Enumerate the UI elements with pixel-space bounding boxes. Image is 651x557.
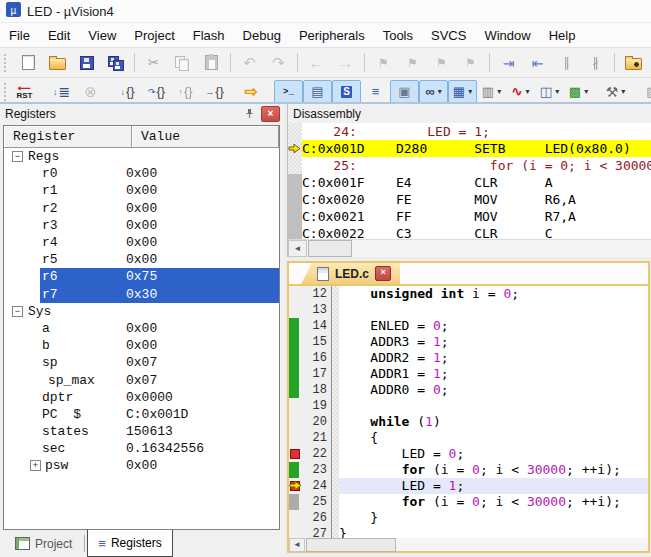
breakpoint-margin[interactable]: [289, 382, 301, 398]
disassembly-content[interactable]: 24: LED = 1; C:0x001D D280 SETB LED(0x80…: [288, 123, 651, 239]
code-text[interactable]: }: [339, 510, 648, 526]
breakpoint-margin[interactable]: [289, 430, 301, 446]
editor-line-14[interactable]: 14 ENLED = 0;: [289, 318, 648, 334]
tab-led-c[interactable]: LED.c ×: [301, 263, 400, 284]
register-row-r2[interactable]: r20x00: [4, 200, 279, 217]
scrollbar-thumb[interactable]: [306, 538, 396, 552]
editor-line-20[interactable]: 20 while (1): [289, 414, 648, 430]
disassembly-line[interactable]: C:0x001D D280 SETB LED(0x80.0): [288, 140, 651, 157]
menu-project[interactable]: Project: [125, 25, 183, 46]
code-text[interactable]: ADDR2 = 1;: [339, 350, 648, 366]
register-group-sys[interactable]: −Sys: [4, 303, 279, 320]
register-row-a[interactable]: a0x00: [4, 320, 279, 337]
menu-svcs[interactable]: SVCS: [422, 25, 475, 46]
register-row-psw[interactable]: +psw0x00: [4, 457, 279, 474]
editor-line-26[interactable]: 26 }: [289, 510, 648, 526]
breakpoint-margin[interactable]: [289, 510, 301, 526]
register-row-sec[interactable]: sec0.16342556: [4, 440, 279, 457]
toolbar-button-disassembly-window[interactable]: ▤: [303, 80, 332, 104]
toolbar-grip[interactable]: [4, 83, 6, 101]
scroll-left-icon[interactable]: ◄: [288, 240, 307, 257]
code-text[interactable]: for (i = 0; i < 30000; ++i);: [339, 462, 648, 478]
disassembly-line[interactable]: C:0x0020 FE MOV R6,A: [288, 191, 651, 208]
scrollbar-thumb[interactable]: [308, 240, 352, 257]
breakpoint-margin[interactable]: [289, 318, 301, 334]
breakpoint-margin[interactable]: [289, 462, 301, 478]
disassembly-hscrollbar[interactable]: ◄: [288, 239, 651, 257]
register-row-dptr[interactable]: dptr0x0000: [4, 389, 279, 406]
register-row-r3[interactable]: r30x00: [4, 217, 279, 234]
toolbar-button-new-file[interactable]: [14, 51, 43, 75]
disassembly-line[interactable]: 24: LED = 1;: [288, 123, 651, 140]
toolbar-button-memory-window[interactable]: ▦▾: [448, 80, 477, 104]
toolbar-button-comment-selection[interactable]: ∥: [552, 51, 581, 75]
disassembly-margin[interactable]: [288, 140, 302, 157]
register-row-sp_max[interactable]: sp_max0x07: [4, 371, 279, 388]
toolbar-button-debug-tools[interactable]: ⚒▾: [601, 80, 630, 104]
disassembly-line[interactable]: 25: for (i = 0; i < 30000; ++i);: [288, 157, 651, 174]
expander-icon[interactable]: −: [12, 306, 23, 317]
toolbar-button-symbols-window[interactable]: S: [332, 80, 361, 104]
disassembly-margin[interactable]: [288, 191, 302, 208]
breakpoint-margin[interactable]: [289, 494, 301, 510]
code-text[interactable]: [339, 398, 648, 414]
editor-line-25[interactable]: 25 for (i = 0; i < 30000; ++i);: [289, 494, 648, 510]
editor-hscrollbar[interactable]: ◄: [289, 538, 648, 551]
toolbar-button-toolbox[interactable]: ▩▾: [564, 80, 593, 104]
menu-window[interactable]: Window: [475, 25, 539, 46]
toolbar-button-serial-window[interactable]: ▥▾: [477, 80, 506, 104]
code-text[interactable]: LED = 1;: [339, 478, 648, 494]
breakpoint-margin[interactable]: [289, 414, 301, 430]
dropdown-arrow-icon[interactable]: ▾: [555, 87, 559, 96]
register-row-r1[interactable]: r10x00: [4, 182, 279, 199]
editor-line-16[interactable]: 16 ADDR2 = 1;: [289, 350, 648, 366]
toolbar-button-redo[interactable]: ↷: [264, 51, 293, 75]
register-row-pc-$[interactable]: PC $C:0x001D: [4, 406, 279, 423]
menu-help[interactable]: Help: [540, 25, 585, 46]
code-text[interactable]: }: [339, 526, 648, 538]
editor-line-18[interactable]: 18 ADDR0 = 0;: [289, 382, 648, 398]
pin-icon[interactable]: [240, 106, 258, 122]
disassembly-margin[interactable]: [288, 208, 302, 225]
disassembly-margin[interactable]: [288, 225, 302, 239]
menu-edit[interactable]: Edit: [39, 25, 79, 46]
register-row-r5[interactable]: r50x00: [4, 251, 279, 268]
register-row-r4[interactable]: r40x00: [4, 234, 279, 251]
toolbar-button-copy[interactable]: [168, 51, 197, 75]
editor-line-17[interactable]: 17 ADDR1 = 1;: [289, 366, 648, 382]
dropdown-arrow-icon[interactable]: ▾: [468, 87, 472, 96]
breakpoint-margin[interactable]: [289, 366, 301, 382]
code-text[interactable]: while (1): [339, 414, 648, 430]
breakpoint-margin[interactable]: [289, 446, 301, 462]
toolbar-button-logic-analyzer[interactable]: ∿▾: [506, 80, 535, 104]
dropdown-arrow-icon[interactable]: ▾: [621, 87, 625, 96]
editor-line-13[interactable]: 13: [289, 302, 648, 318]
toolbar-button-step-out[interactable]: ↑{}: [171, 80, 200, 104]
toolbar-button-step-over[interactable]: ↷{}: [142, 80, 171, 104]
toolbar-button-undo[interactable]: ↶: [235, 51, 264, 75]
toolbar-button-outdent[interactable]: ⇤: [523, 51, 552, 75]
dropdown-arrow-icon[interactable]: ▾: [438, 87, 442, 96]
toolbar-button-open-file[interactable]: [43, 51, 72, 75]
close-icon[interactable]: ×: [261, 106, 280, 122]
register-row-r7[interactable]: r70x30: [4, 286, 279, 303]
toolbar-button-step-into[interactable]: ↓{}: [113, 80, 142, 104]
menu-tools[interactable]: Tools: [374, 25, 422, 46]
toolbar-button-run-to-cursor[interactable]: →{}: [200, 80, 229, 104]
disassembly-margin[interactable]: [288, 123, 302, 140]
code-text[interactable]: ADDR3 = 1;: [339, 334, 648, 350]
breakpoint-icon[interactable]: [290, 449, 300, 459]
toolbar-button-call-stack-window[interactable]: ▣: [390, 80, 419, 104]
breakpoint-margin[interactable]: [289, 286, 301, 302]
toolbar-button-window-layout[interactable]: ▧: [638, 80, 651, 104]
toolbar-button-save[interactable]: [72, 51, 101, 75]
register-group-regs[interactable]: −Regs: [4, 148, 279, 165]
editor-line-15[interactable]: 15 ADDR3 = 1;: [289, 334, 648, 350]
menu-peripherals[interactable]: Peripherals: [290, 25, 374, 46]
menu-debug[interactable]: Debug: [234, 25, 290, 46]
toolbar-button-indent[interactable]: ⇥: [494, 51, 523, 75]
disassembly-line[interactable]: C:0x0022 C3 CLR C: [288, 225, 651, 239]
editor-line-12[interactable]: 12 unsigned int i = 0;: [289, 286, 648, 302]
breakpoint-margin[interactable]: [289, 350, 301, 366]
disassembly-margin[interactable]: [288, 157, 302, 174]
